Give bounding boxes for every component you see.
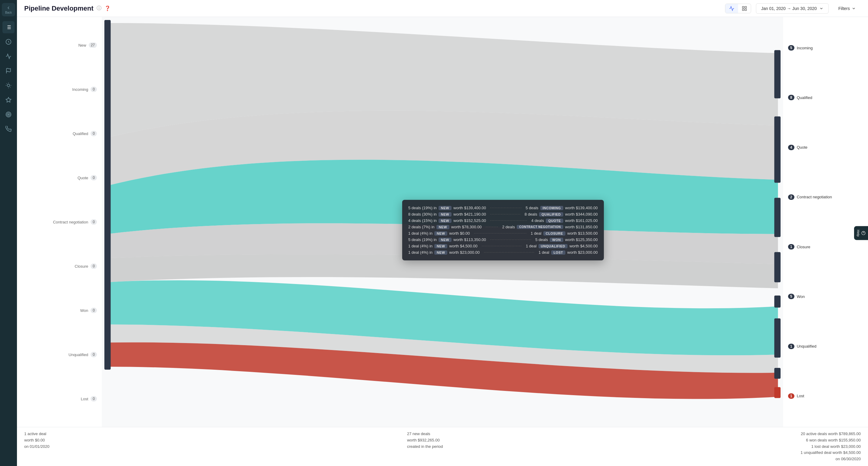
footer-left-2: worth $0.00 [24,437,50,444]
footer-right-4: 1 unqualified deal worth $4,500.00 [801,449,861,456]
tooltip-row-quote: 4 deals (15%) in NEW worth $152,525.00 4… [408,217,598,224]
sankey-chart: 5 deals (19%) in NEW worth $139,400.00 5… [102,17,783,427]
sidebar-item-pipeline[interactable] [2,21,14,33]
left-label-contract-text: Contract negotiation [53,220,88,224]
left-label-new: New 27 [22,42,97,48]
footer-left-3: on 01/01/2020 [24,444,50,450]
left-label-new-text: New [79,43,86,48]
svg-rect-26 [774,117,781,183]
right-label-won-text: Won [797,294,805,299]
header-controls: Jan 01, 2020 → Jun 30, 2020 Filters [725,3,861,13]
svg-rect-29 [774,296,781,308]
left-label-qualified-count: 0 [91,131,97,136]
main-content: Pipeline Development ⓘ ❓ Jan 01, 2020 → … [17,0,868,466]
right-label-qualified-count: 8 [788,95,795,100]
right-label-lost-text: Lost [797,394,804,398]
svg-rect-25 [774,50,781,98]
back-button[interactable]: Back [2,3,15,17]
list-view-button[interactable] [725,4,738,13]
svg-rect-19 [742,6,744,8]
left-label-closure-text: Closure [75,264,88,269]
svg-rect-30 [774,318,781,358]
right-label-unqualified-count: 1 [788,344,795,349]
left-label-lost: Lost 0 [22,396,97,402]
right-label-qualified: 8 Qualified [788,95,863,100]
tooltip-row-qualified: 8 deals (30%) in NEW worth $421,190.00 8… [408,211,598,217]
footer-right: 20 active deals worth $789,865.00 6 won … [801,431,861,462]
footer-left: 1 active deal worth $0.00 on 01/01/2020 [24,431,50,449]
right-label-lost-count: 1 [788,393,795,399]
right-label-contract-count: 2 [788,194,795,200]
help-floating-button[interactable]: Help [854,226,868,240]
date-range-text: Jan 01, 2020 → Jun 30, 2020 [761,6,817,11]
back-label: Back [5,11,12,14]
footer-center: 27 new deals worth $932,265.00 created i… [407,431,443,449]
header: Pipeline Development ⓘ ❓ Jan 01, 2020 → … [17,0,868,17]
tooltip-row-closure: 1 deal (4%) in NEW worth $0.00 1 deal CL… [408,230,598,237]
left-label-unqualified-text: Unqualified [68,352,88,357]
svg-marker-15 [6,97,11,102]
info-button[interactable]: ⓘ [97,5,101,11]
right-label-won-count: 5 [788,294,795,299]
footer-right-1: 20 active deals worth $789,865.00 [801,431,861,437]
sidebar-item-favorites[interactable] [2,94,14,106]
sidebar-item-phone[interactable] [2,123,14,135]
left-label-quote-text: Quote [78,176,88,180]
svg-rect-31 [774,368,781,379]
filters-label: Filters [838,6,850,11]
left-label-lost-text: Lost [81,397,88,401]
right-label-incoming: 5 Incoming [788,45,863,51]
svg-rect-21 [745,9,747,10]
svg-rect-22 [742,9,744,10]
help-button[interactable]: ❓ [104,5,111,11]
left-label-unqualified: Unqualified 0 [22,352,97,357]
svg-point-16 [6,112,11,117]
svg-rect-24 [104,20,111,370]
svg-point-8 [7,84,10,87]
right-label-lost: 1 Lost [788,393,863,399]
left-label-quote-count: 0 [91,175,97,181]
sidebar-item-targets[interactable] [2,108,14,121]
footer-right-3: 1 lost deal worth $23,000.00 [801,444,861,450]
sidebar-item-analytics[interactable] [2,50,14,62]
svg-line-11 [7,84,7,84]
left-label-incoming: Incoming 0 [22,87,97,92]
right-label-qualified-text: Qualified [797,95,812,100]
tooltip-row-unqualified: 1 deal (4%) in NEW worth $4,500.00 1 dea… [408,243,598,249]
svg-point-17 [7,113,10,116]
svg-line-12 [10,87,10,87]
right-label-won: 5 Won [788,294,863,299]
left-label-contract-count: 0 [91,219,97,225]
left-label-quote: Quote 0 [22,175,97,181]
right-label-closure-text: Closure [797,245,810,249]
svg-rect-20 [745,6,747,8]
left-label-incoming-count: 0 [91,87,97,92]
tooltip-row-lost: 1 deal (4%) in NEW worth $23,000.00 1 de… [408,249,598,255]
svg-rect-28 [774,252,781,282]
left-label-won: Won 0 [22,308,97,313]
svg-point-18 [8,114,9,115]
tooltip-row-incoming: 5 deals (19%) in NEW worth $139,400.00 5… [408,205,598,211]
footer-left-1: 1 active deal [24,431,50,437]
sidebar-item-goals[interactable] [2,65,14,77]
right-label-closure-count: 1 [788,244,795,249]
title-text: Pipeline Development [24,4,94,12]
right-label-quote-count: 4 [788,145,795,150]
tooltip-row-contract: 2 deals (7%) in NEW worth $78,300.00 2 d… [408,224,598,230]
right-label-closure: 1 Closure [788,244,863,249]
left-label-unqualified-count: 0 [91,352,97,357]
filters-button[interactable]: Filters [834,4,861,13]
left-label-lost-count: 0 [91,396,97,402]
right-label-contract-text: Contract negotiation [797,195,832,199]
right-labels: 5 Incoming 8 Qualified 4 Quote 2 Contrac… [783,17,868,427]
svg-rect-27 [774,198,781,237]
footer-center-2: worth $932,265.00 [407,437,443,444]
date-range-picker[interactable]: Jan 01, 2020 → Jun 30, 2020 [756,3,829,13]
sidebar-item-ideas[interactable] [2,79,14,91]
left-label-incoming-text: Incoming [72,87,88,92]
left-label-won-text: Won [80,308,88,313]
tooltip-row-won: 5 deals (19%) in NEW worth $113,350.00 5… [408,237,598,243]
sidebar-item-dashboard[interactable] [2,36,14,48]
grid-view-button[interactable] [738,4,751,13]
footer-center-1: 27 new deals [407,431,443,437]
